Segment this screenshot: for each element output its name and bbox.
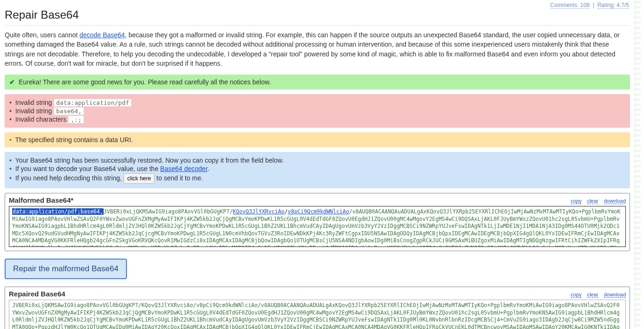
click-here-button[interactable]: click here xyxy=(124,173,155,184)
bullet-icon: • xyxy=(9,99,12,106)
bullet-icon: • xyxy=(9,116,12,123)
title-divider xyxy=(5,25,630,26)
notice-success-text: Eureka! There are some good news for you… xyxy=(19,78,271,86)
base64-decoder-link[interactable]: Base64 decoder xyxy=(160,165,207,172)
malformed-copy-link[interactable]: copy xyxy=(571,198,581,204)
repaired-title: Repaired Base64 xyxy=(9,290,65,298)
info-line2-post: . xyxy=(208,165,210,172)
background-pattern: BPr BPr BPr BPr BPr BPr BPr BPr BPr BPr … xyxy=(634,0,644,329)
malformed-link-segment: v8pCi9Qcm9kdWNlciAo xyxy=(288,208,350,215)
notice-warning-text: The specified string contains a data URI… xyxy=(15,136,133,144)
notice-info: • Your Base64 string has been successful… xyxy=(5,152,630,188)
error-line2-code: base64, xyxy=(54,107,84,115)
info-line3-post: to send it to me. xyxy=(156,174,203,182)
intro-pre: Quite often, users cannot xyxy=(5,31,79,39)
error-line1-label: Invalid string xyxy=(15,99,52,106)
intro-paragraph: Quite often, users cannot decode Base64,… xyxy=(5,30,630,68)
info-line2-pre: If you want to decode your Base64 value,… xyxy=(15,165,161,172)
bullet-icon: • xyxy=(9,136,12,144)
malformed-clear-link[interactable]: clear xyxy=(587,198,598,204)
info-line1: Your Base64 string has been successfully… xyxy=(15,157,284,164)
page-title: Repair Base64 xyxy=(5,8,630,21)
repaired-download-link[interactable]: download xyxy=(604,292,626,298)
notice-warning: • The specified string contains a data U… xyxy=(5,132,630,147)
malformed-title: Malformed Base64* xyxy=(9,196,73,204)
bullet-icon: • xyxy=(9,165,12,172)
error-line1-code: data:application/pdf xyxy=(54,99,132,107)
repaired-copy-link[interactable]: copy xyxy=(571,292,581,298)
notice-errors: • Invalid string data:application/pdf • … xyxy=(5,94,630,128)
malformed-text-segment: JVBERi0xLjQKMSAwIG9iago8PAovVGl0bGUgKP7/ xyxy=(104,208,233,215)
rating-link[interactable]: Rating: 4.7/5 xyxy=(597,2,629,9)
error-line2-label: Invalid string xyxy=(15,107,52,115)
bullet-icon: • xyxy=(9,107,12,115)
repaired-clear-link[interactable]: clear xyxy=(587,292,598,298)
decode-base64-link[interactable]: decode Base64 xyxy=(79,31,125,39)
check-icon: ✔ xyxy=(9,78,15,86)
bullet-icon: • xyxy=(9,157,12,164)
comments-link[interactable]: Comments: 108 xyxy=(550,2,590,9)
repaired-textarea[interactable] xyxy=(9,300,626,329)
error-line3-label: Invalid characters xyxy=(15,116,67,123)
error-line3-code: ,:; xyxy=(68,116,84,123)
repair-button[interactable]: Repair the malformed Base64 xyxy=(5,259,127,279)
malformed-panel: Malformed Base64* copy clear download da… xyxy=(5,193,630,251)
info-line3-pre: If you need help decoding this string, xyxy=(15,174,124,182)
malformed-link-segment: KQovQ3JlYXRvciAo xyxy=(233,208,285,215)
malformed-download-link[interactable]: download xyxy=(604,198,626,204)
repaired-panel: Repaired Base64 copy clear download xyxy=(5,287,630,329)
bullet-icon: • xyxy=(9,174,12,182)
malformed-selected-segment: data:application/pdf;base64, xyxy=(12,208,104,215)
notice-success: ✔ Eureka! There are some good news for y… xyxy=(5,75,630,89)
malformed-textarea[interactable]: data:application/pdf;base64,JVBERi0xLjQK… xyxy=(9,206,626,247)
